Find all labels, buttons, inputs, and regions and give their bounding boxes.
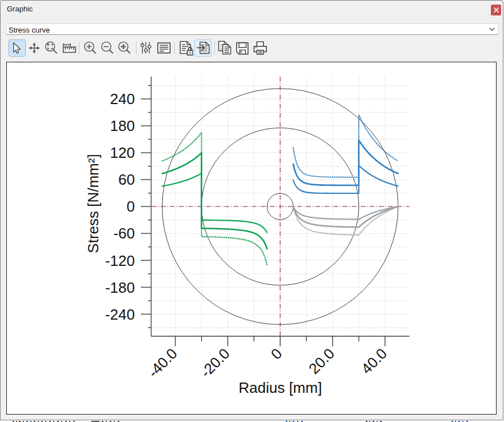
sliders-icon	[137, 39, 154, 57]
measure-tool-button[interactable]	[60, 39, 77, 57]
toolbar-separator	[79, 42, 79, 54]
ruler-icon	[60, 39, 77, 57]
close-icon	[494, 7, 499, 13]
legend-icon	[155, 39, 173, 57]
svg-text:0: 0	[127, 198, 135, 215]
document-export-icon	[195, 39, 211, 57]
print-icon	[251, 39, 269, 57]
zoom-out-button[interactable]	[98, 39, 115, 57]
graphic-type-value: Stress curve	[9, 26, 50, 34]
svg-text:-240: -240	[105, 306, 135, 323]
radial-stress-min-curve	[293, 206, 398, 219]
svg-text:-60: -60	[113, 225, 135, 242]
x-tick-label: 20.0	[305, 345, 338, 377]
x-axis-title: Radius [mm]	[238, 379, 322, 396]
zoom-out-icon	[98, 39, 115, 57]
toolbar-separator	[174, 42, 175, 54]
close-button[interactable]	[491, 5, 501, 15]
x-tick-label: 40.0	[358, 345, 390, 377]
export-document-button[interactable]	[194, 39, 211, 57]
svg-text:180: 180	[110, 117, 135, 134]
copy-icon	[215, 39, 233, 57]
pointer-icon	[9, 39, 25, 57]
save-icon	[234, 39, 251, 57]
pan-tool-button[interactable]	[26, 39, 43, 57]
stress-curve-chart: 240180120600-60-120-180-240-40.0-20.0020…	[7, 62, 496, 414]
titlebar[interactable]: Graphic	[1, 1, 503, 19]
chevron-down-icon	[489, 27, 495, 31]
toolbar-separator	[136, 42, 137, 54]
tangential-stress-max-curve	[162, 133, 267, 265]
zoom-in-icon	[81, 39, 98, 57]
tangential-stress-mean-curve	[162, 153, 267, 249]
window-title: Graphic	[7, 5, 33, 13]
toolbar-separator	[214, 42, 215, 54]
svg-text:-180: -180	[105, 279, 135, 296]
plot-panel[interactable]: 240180120600-60-120-180-240-40.0-20.0020…	[6, 62, 497, 415]
x-tick-label: -20.0	[197, 345, 233, 381]
properties-button[interactable]	[137, 39, 154, 57]
y-tick-labels: 240180120600-60-120-180-240	[105, 90, 135, 323]
x-tick-label: -40.0	[145, 345, 181, 381]
legend-button[interactable]	[155, 39, 173, 57]
svg-text:240: 240	[110, 90, 135, 108]
zoom-selection-icon	[43, 39, 60, 57]
zoom-fit-button[interactable]	[115, 39, 133, 57]
copy-button[interactable]	[215, 39, 233, 57]
save-button[interactable]	[234, 39, 251, 57]
svg-text:60: 60	[118, 171, 135, 188]
zoom-selection-tool-button[interactable]	[43, 39, 60, 57]
graphic-type-select[interactable]: Stress curve	[6, 23, 498, 35]
tangential-stress-min-curve	[162, 173, 267, 233]
print-button[interactable]	[251, 39, 269, 57]
select-tool-button[interactable]	[9, 39, 26, 57]
crosshair-lines	[152, 77, 410, 336]
equivalent-stress-max-curve	[293, 115, 398, 177]
move-icon	[26, 39, 43, 57]
equivalent-stress-min-curve	[293, 165, 398, 193]
zoom-in-button[interactable]	[81, 39, 98, 57]
graphic-window: Graphic Stress curve 240180120600-60-120…	[0, 0, 503, 420]
toolbar	[1, 38, 503, 58]
axes-and-ticks	[141, 77, 410, 347]
x-tick-label: 0	[267, 345, 285, 363]
svg-text:120: 120	[110, 144, 135, 161]
svg-text:-120: -120	[105, 252, 135, 269]
lock-document-button[interactable]	[176, 39, 193, 57]
zoom-fit-icon	[115, 39, 133, 57]
y-axis-title: Stress [N/mm²]	[85, 154, 102, 253]
radial-stress-max-curve	[293, 206, 398, 235]
document-lock-icon	[176, 39, 193, 57]
